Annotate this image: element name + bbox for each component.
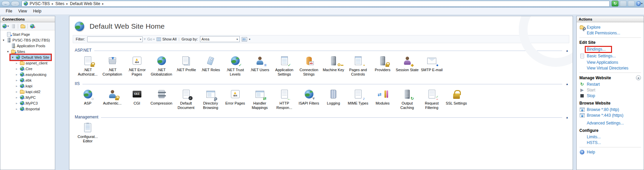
action-browse-443-https[interactable]: Browse *:443 (https) <box>587 113 623 118</box>
feature-cgi[interactable]: CGICGI <box>125 89 149 106</box>
help-icon[interactable]: ?▾ <box>636 1 643 6</box>
feature-net-roles[interactable]: .NET Roles <box>198 55 223 72</box>
section-collapse-icon[interactable]: ▴ <box>566 115 568 119</box>
action-limits[interactable]: Limits... <box>587 135 601 139</box>
tree-expand-icon[interactable]: ▸ <box>15 73 19 76</box>
feature-providers[interactable]: Providers <box>370 55 395 72</box>
action-basic-settings[interactable]: Basic Settings... <box>587 54 616 58</box>
remove-connection-icon[interactable]: × <box>30 24 35 29</box>
filter-input[interactable] <box>87 36 143 42</box>
feature-pages-and-controls[interactable]: ▪Pages and Controls <box>346 55 370 77</box>
feature-mime-types[interactable]: ♪MIME Types <box>346 89 370 106</box>
tree-item-mypc[interactable]: ▸▪MyPC <box>15 95 37 100</box>
menu-item-help[interactable]: Help <box>30 8 44 14</box>
feature-smtp-email[interactable]: ●SMTP E-mail <box>419 55 444 72</box>
tree-collapse-icon[interactable]: ▾ <box>2 38 5 42</box>
action-restart[interactable]: Restart <box>587 82 600 87</box>
feature-net-trust-levels[interactable]: ✓.NET Trust Levels <box>223 55 247 77</box>
tree-item-easybooking[interactable]: ▸▪easybooking <box>15 72 48 77</box>
feature-net-authorization[interactable]: .NET Authorizat... <box>75 55 100 77</box>
breadcrumb-item[interactable]: Default Web Site <box>70 1 100 6</box>
feature-net-error-pages[interactable]: ▲404.NET Error Pages <box>125 55 149 77</box>
tree-item-pvsc-tbs-kdl-tbs-[interactable]: ▾PVSC-TBS (KDL\TBS) <box>2 37 51 43</box>
tree-expand-icon[interactable]: ▸ <box>15 84 19 88</box>
feature-label: ASP <box>75 101 100 106</box>
feature-directory-browsing[interactable]: Directory Browsing <box>198 89 223 110</box>
tree-collapse-icon[interactable]: ▾ <box>11 56 14 59</box>
tree-item-ebk[interactable]: ▸▪ebk <box>15 78 33 83</box>
tree-item-sites[interactable]: ▾●Sites <box>6 49 26 54</box>
tree-expand-icon[interactable]: ▸ <box>15 61 19 65</box>
feature-default-document[interactable]: ✓Default Document <box>174 89 198 110</box>
feature-net-users[interactable]: ≡.NET Users <box>247 55 272 72</box>
action-view-applications[interactable]: View Applications <box>587 60 618 65</box>
feature-logging[interactable]: Logging <box>321 89 346 106</box>
collapse-button[interactable]: ▴ <box>636 75 641 80</box>
feature-handler-mappings[interactable]: ⇄Handler Mappings <box>247 89 272 110</box>
show-all-button[interactable]: Show All <box>157 37 176 41</box>
tree-expand-icon[interactable]: ▸ <box>15 79 19 82</box>
view-mode-caret-icon[interactable]: ▾ <box>249 38 250 41</box>
tree-item-kapi-old2[interactable]: ▸kapi.old2 <box>15 89 42 94</box>
feature-session-state[interactable]: ◆Session State <box>395 55 419 72</box>
action-browse-80-http[interactable]: Browse *:80 (http) <box>587 107 619 112</box>
view-mode-icon[interactable] <box>242 37 247 41</box>
tree-expand-icon[interactable]: ▸ <box>15 102 19 105</box>
feature-compression[interactable]: Compression <box>149 89 174 106</box>
menu-item-view[interactable]: View <box>15 8 30 14</box>
feature-configuration-editor[interactable]: Configurat... Editor <box>75 122 100 143</box>
tree-item-start-page[interactable]: ●Start Page <box>2 32 31 37</box>
tree-expand-icon[interactable]: ▸ <box>15 96 19 99</box>
tree-item-aspnet-client[interactable]: ▸aspnet_client <box>15 60 49 66</box>
feature-connection-strings[interactable]: abConnection Strings <box>297 55 321 77</box>
action-help[interactable]: Help <box>587 150 595 154</box>
action-hsts[interactable]: HSTS... <box>587 140 601 145</box>
feature-isapi-filters[interactable]: ▼ISAPI Filters <box>297 89 321 106</box>
action-advanced-settings[interactable]: Advanced Settings... <box>587 121 624 125</box>
filter-dropdown-caret-icon[interactable]: ▾ <box>140 38 141 41</box>
feature-http-response[interactable]: ←HTTP Respon... <box>272 89 297 110</box>
tree-item-tbsportal[interactable]: ▸▪tbsportal <box>15 106 41 112</box>
feature-net-compilation[interactable]: ▼.NET Compilation <box>100 55 125 77</box>
tree-row-wrap: ▾PVSC-TBS (KDL\TBS) <box>0 37 55 43</box>
tree-item-kapi[interactable]: ▸▪kapi <box>15 83 34 89</box>
back-button[interactable]: ← <box>1 1 10 6</box>
refresh-icon[interactable]: ↻ <box>612 1 618 6</box>
tree-item-application-pools[interactable]: ☼Application Pools <box>6 43 46 49</box>
action-explore[interactable]: Explore <box>587 25 601 30</box>
feature-modules[interactable]: ⇄Modules <box>370 89 395 106</box>
group-by-select[interactable]: Area ▾ <box>200 36 240 42</box>
tree-expand-icon[interactable]: ▸ <box>15 107 19 111</box>
breadcrumb[interactable]: PVSC-TBS▸Sites▸Default Web Site▸ <box>22 1 610 7</box>
section-collapse-icon[interactable]: ▴ <box>566 82 568 86</box>
feature-label: MIME Types <box>346 101 370 106</box>
connect-server-icon[interactable]: ▾ <box>2 24 9 29</box>
feature-net-profile[interactable]: .NET Profile <box>174 55 198 72</box>
feature-error-pages[interactable]: ▲404Error Pages <box>223 89 247 106</box>
feature-request-filtering[interactable]: ✓−Request Filtering <box>419 89 444 110</box>
tree-item-mypc3[interactable]: ▸▪MyPC3 <box>15 101 39 106</box>
action-stop[interactable]: Stop <box>587 93 595 98</box>
section-divider <box>94 51 562 51</box>
tree-item-default-web-site[interactable]: ▾Default Web Site <box>10 55 51 60</box>
feature-output-caching[interactable]: ↻Output Caching <box>395 89 419 110</box>
breadcrumb-item[interactable]: Sites <box>56 1 65 6</box>
feature-net-globalization[interactable]: .NET Globalization <box>149 55 174 77</box>
tree-collapse-icon[interactable]: ▾ <box>6 50 10 53</box>
tree-item-cire[interactable]: ▸▪Cire <box>15 66 34 72</box>
menu-item-file[interactable]: File <box>3 8 15 14</box>
asp-icon: ☼ <box>82 89 93 100</box>
mime-types-icon: ♪ <box>353 89 364 100</box>
add-website-icon[interactable]: ↑ <box>20 24 25 29</box>
breadcrumb-item[interactable]: PVSC-TBS <box>30 1 50 6</box>
feature-machine-key[interactable]: Machine Key <box>321 55 346 72</box>
tree-expand-icon[interactable]: ▸ <box>15 67 19 70</box>
action-bindings[interactable]: Bindings... <box>587 47 606 52</box>
action-edit-permissions[interactable]: Edit Permissions... <box>587 31 620 35</box>
action-view-virtual-directories[interactable]: View Virtual Directories <box>587 66 629 70</box>
tree-expand-icon[interactable]: ▸ <box>15 90 19 93</box>
feature-authentication[interactable]: Authentic... <box>100 89 125 106</box>
feature-ssl-settings[interactable]: SSL Settings <box>444 89 469 106</box>
feature-application-settings[interactable]: ✓Application Settings <box>272 55 297 77</box>
feature-asp[interactable]: ☼ASP <box>75 89 100 106</box>
